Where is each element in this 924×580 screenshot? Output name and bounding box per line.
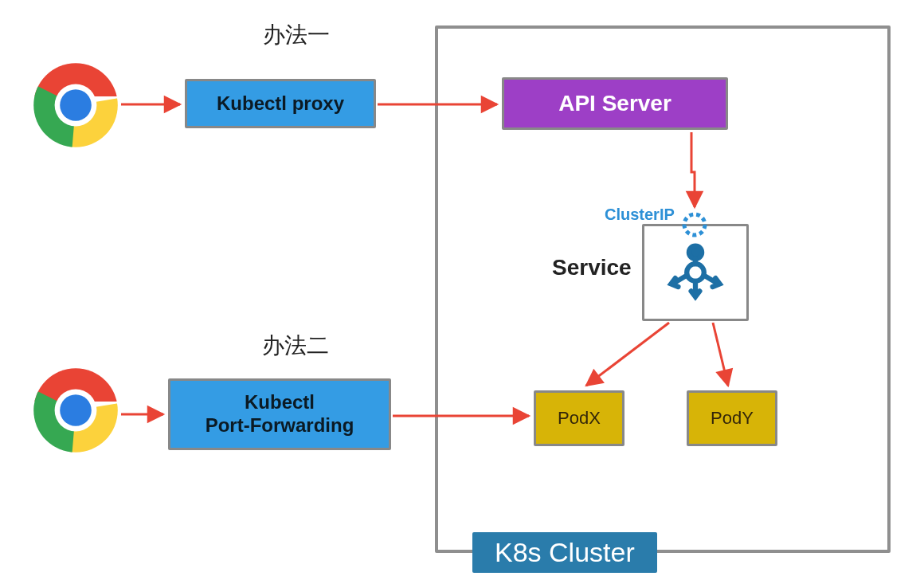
k8s-cluster-label: K8s Cluster <box>472 532 657 573</box>
method2-label: 办法二 <box>262 331 329 361</box>
clusterip-label: ClusterIP <box>605 206 675 224</box>
load-balancer-icon <box>660 237 731 308</box>
svg-point-11 <box>60 394 92 426</box>
service-box <box>642 224 749 321</box>
svg-point-13 <box>687 264 704 281</box>
svg-point-18 <box>684 214 705 235</box>
chrome-icon <box>32 61 119 149</box>
kubectl-portforward-box: Kubectl Port-Forwarding <box>168 378 391 450</box>
api-server-box: API Server <box>502 77 728 130</box>
chrome-icon <box>32 366 119 454</box>
kubectl-proxy-box: Kubectl proxy <box>185 79 376 128</box>
method1-label: 办法一 <box>263 20 330 50</box>
podx-box: PodX <box>534 390 624 446</box>
clusterip-icon <box>681 211 708 238</box>
svg-point-5 <box>60 89 92 121</box>
service-label: Service <box>552 255 632 280</box>
pody-box: PodY <box>687 390 777 446</box>
